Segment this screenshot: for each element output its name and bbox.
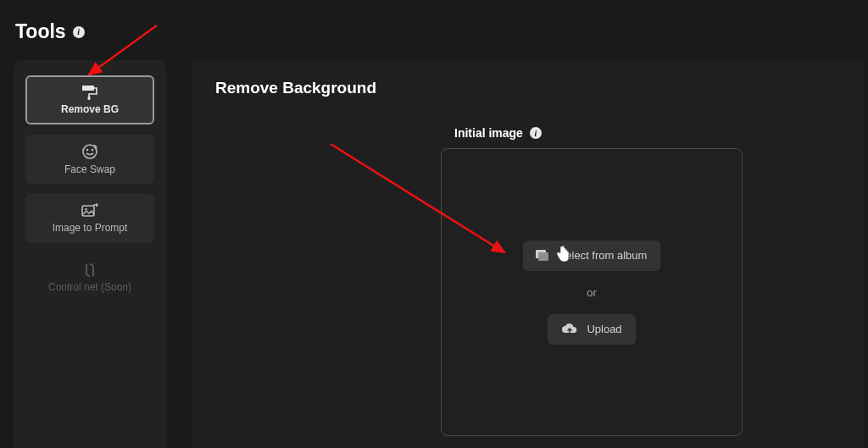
sidebar-item-label: Remove BG [61,103,119,115]
upload-button[interactable]: Upload [548,314,635,345]
sidebar-item-label: Face Swap [64,163,115,175]
sidebar-item-label: Control net (Soon) [48,281,131,293]
face-swap-icon [81,143,98,160]
sidebar-item-label: Image to Prompt [53,222,128,234]
svg-point-7 [85,208,87,211]
main-title: Remove Background [215,79,841,97]
svg-rect-1 [88,97,91,100]
sidebar-item-image-to-prompt[interactable]: Image to Prompt [25,194,154,243]
paint-roller-icon [81,85,99,100]
image-to-prompt-icon [81,203,98,218]
svg-rect-0 [82,86,94,91]
tools-sidebar: Remove BG Face Swap [14,60,166,448]
sidebar-item-face-swap[interactable]: Face Swap [25,135,154,184]
info-icon[interactable]: i [530,127,542,139]
svg-point-3 [86,149,89,152]
control-net-icon [81,263,98,278]
or-text: or [587,286,597,299]
upload-cloud-icon [561,323,578,336]
svg-rect-9 [538,252,548,261]
image-dropzone[interactable]: Select from album or [441,148,743,436]
svg-point-4 [92,149,94,152]
initial-image-label: Initial image [454,126,523,140]
sidebar-item-control-net: Control net (Soon) [25,253,154,302]
info-icon[interactable]: i [73,26,85,38]
svg-point-2 [83,145,97,158]
select-from-album-button[interactable]: Select from album [523,241,661,271]
page-title: Tools [15,20,66,43]
button-label: Upload [587,323,621,335]
button-label: Select from album [559,249,648,262]
header: Tools i [0,0,868,60]
section-label-row: Initial image i [454,126,841,140]
album-icon [535,249,550,263]
svg-rect-6 [82,206,94,216]
sidebar-item-remove-bg[interactable]: Remove BG [25,75,154,124]
main-panel: Remove Background Initial image i Select… [192,60,865,448]
